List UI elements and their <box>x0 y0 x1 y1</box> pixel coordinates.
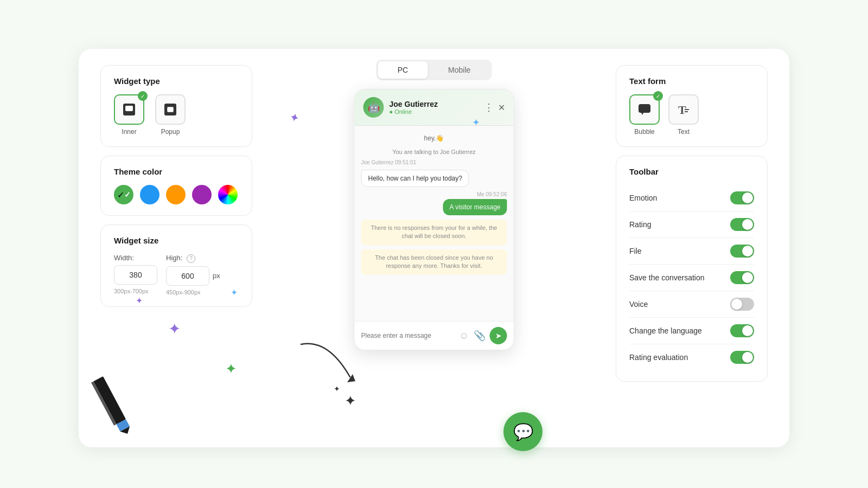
file-label: File <box>629 247 642 255</box>
emoji-icon[interactable]: ☺ <box>459 330 469 342</box>
file-toggle-knob <box>742 246 753 256</box>
rating-evaluation-toggle-knob <box>742 352 753 363</box>
widget-option-popup[interactable]: Popup <box>155 94 186 136</box>
agent-message: Hello, how can I help you today? <box>361 170 469 187</box>
height-label: High: ? <box>166 254 220 263</box>
widget-option-inner[interactable]: ✓ Inner <box>114 94 144 136</box>
inner-label: Inner <box>122 128 136 136</box>
close-chat-icon[interactable]: ✕ <box>498 102 505 113</box>
visitor-message-row: Me 09:52:06 A visitor message <box>361 191 507 215</box>
toolbar-item-rating-evaluation: Rating evaluation <box>629 344 754 370</box>
color-options: ✓ <box>114 185 239 204</box>
widget-size-title: Widget size <box>114 236 239 245</box>
tab-mobile[interactable]: Mobile <box>429 61 490 79</box>
toolbar-panel: Toolbar Emotion Rating File <box>616 156 768 382</box>
chat-user-info: Joe Gutierrez ● Online <box>390 100 478 115</box>
rating-toggle[interactable] <box>730 218 754 231</box>
popup-icon-box <box>155 94 186 125</box>
theme-color-title: Theme color <box>114 167 239 176</box>
widget-type-title: Widget type <box>114 76 239 86</box>
svg-rect-4 <box>639 104 650 113</box>
svg-marker-5 <box>641 113 643 115</box>
inner-icon-box: ✓ <box>114 94 144 125</box>
svg-rect-3 <box>167 107 174 112</box>
visitor-message: A visitor message <box>443 199 507 215</box>
svg-rect-1 <box>125 106 133 111</box>
toolbar-item-rating: Rating <box>629 211 754 238</box>
popup-icon <box>163 102 178 117</box>
color-blue[interactable] <box>140 185 159 204</box>
height-field-group: High: ? px 450px-900px <box>166 254 220 296</box>
chat-preview-area: PC Mobile 🤖 Joe Gutierrez ● Online ⋮ ✕ h… <box>354 60 514 350</box>
width-field-group: Width: 300px-700px <box>114 254 157 296</box>
theme-color-panel: Theme color ✓ <box>100 156 252 216</box>
emotion-label: Emotion <box>629 194 657 202</box>
color-rainbow[interactable] <box>218 185 238 204</box>
chat-input[interactable] <box>361 332 455 339</box>
toolbar-item-save-conversation: Save the conversation <box>629 265 754 291</box>
save-conversation-toggle-knob <box>742 272 753 283</box>
text-form-options: ✓ Bubble T Text <box>629 94 754 136</box>
chat-widget: 🤖 Joe Gutierrez ● Online ⋮ ✕ hey.👋 You a… <box>354 89 514 350</box>
toolbar-item-emotion: Emotion <box>629 185 754 211</box>
tab-pc[interactable]: PC <box>378 61 427 79</box>
save-conversation-toggle[interactable] <box>730 271 754 284</box>
toolbar-item-change-language: Change the language <box>629 318 754 344</box>
left-panel: Widget type ✓ Inner <box>100 65 252 316</box>
chat-body: hey.👋 You are talking to Joe Gutierrez J… <box>355 126 514 321</box>
text-icon: T <box>676 102 691 117</box>
width-input[interactable] <box>114 265 157 285</box>
text-icon-box: T <box>668 94 699 125</box>
send-button[interactable]: ➤ <box>490 327 507 344</box>
attach-icon[interactable]: 📎 <box>474 330 486 342</box>
height-input-row: px <box>166 266 220 286</box>
text-form-text[interactable]: T Text <box>668 94 699 136</box>
width-hint: 300px-700px <box>114 288 157 294</box>
chat-header-actions: ⋮ ✕ <box>484 101 505 113</box>
color-purple[interactable] <box>192 185 212 204</box>
toolbar-item-voice: Voice <box>629 291 754 318</box>
emotion-toggle[interactable] <box>730 191 754 204</box>
toolbar-items: Emotion Rating File Sav <box>629 185 754 370</box>
rating-toggle-knob <box>742 219 753 230</box>
height-info-icon: ? <box>187 254 195 263</box>
change-language-toggle[interactable] <box>730 324 754 337</box>
height-unit: px <box>213 272 220 280</box>
color-orange[interactable] <box>166 185 186 204</box>
chat-avatar: 🤖 <box>363 97 384 118</box>
toolbar-item-file: File <box>629 238 754 265</box>
bubble-check: ✓ <box>653 91 663 101</box>
change-language-label: Change the language <box>629 326 702 335</box>
text-form-bubble[interactable]: ✓ Bubble <box>629 94 660 136</box>
text-form-title: Text form <box>629 76 754 86</box>
widget-type-options: ✓ Inner Popup <box>114 94 239 136</box>
widget-type-panel: Widget type ✓ Inner <box>100 65 252 147</box>
voice-toggle[interactable] <box>730 298 754 311</box>
voice-label: Voice <box>629 300 648 309</box>
bubble-icon <box>637 102 652 117</box>
system-message-1: There is no responses from your for a wh… <box>361 220 507 245</box>
agent-timestamp: Joe Gutierrez 09:51:01 <box>361 159 507 165</box>
voice-toggle-knob <box>731 299 742 310</box>
chatbot-bubble[interactable]: 💬 <box>503 412 542 451</box>
bubble-label: Bubble <box>634 128 654 136</box>
width-label: Width: <box>114 254 157 262</box>
inner-icon <box>122 102 137 117</box>
popup-label: Popup <box>161 128 180 136</box>
file-toggle[interactable] <box>730 245 754 258</box>
more-options-icon[interactable]: ⋮ <box>484 101 494 113</box>
text-form-panel: Text form ✓ Bubble T <box>616 65 768 147</box>
size-fields: Width: 300px-700px High: ? px 450px-900p… <box>114 254 239 296</box>
visitor-timestamp: Me 09:52:06 <box>477 191 507 197</box>
chat-greeting: hey.👋 <box>361 132 507 144</box>
chat-footer: ☺ 📎 ➤ <box>355 321 514 350</box>
height-input[interactable] <box>166 266 209 286</box>
inner-check-badge: ✓ <box>138 91 148 101</box>
right-panel: Text form ✓ Bubble T <box>616 65 768 390</box>
color-green[interactable]: ✓ <box>114 185 133 204</box>
chat-header: 🤖 Joe Gutierrez ● Online ⋮ ✕ <box>355 89 514 126</box>
device-tabs: PC Mobile <box>376 60 492 80</box>
text-label: Text <box>678 128 690 136</box>
rating-evaluation-toggle[interactable] <box>730 351 754 364</box>
save-conversation-label: Save the conversation <box>629 273 705 282</box>
